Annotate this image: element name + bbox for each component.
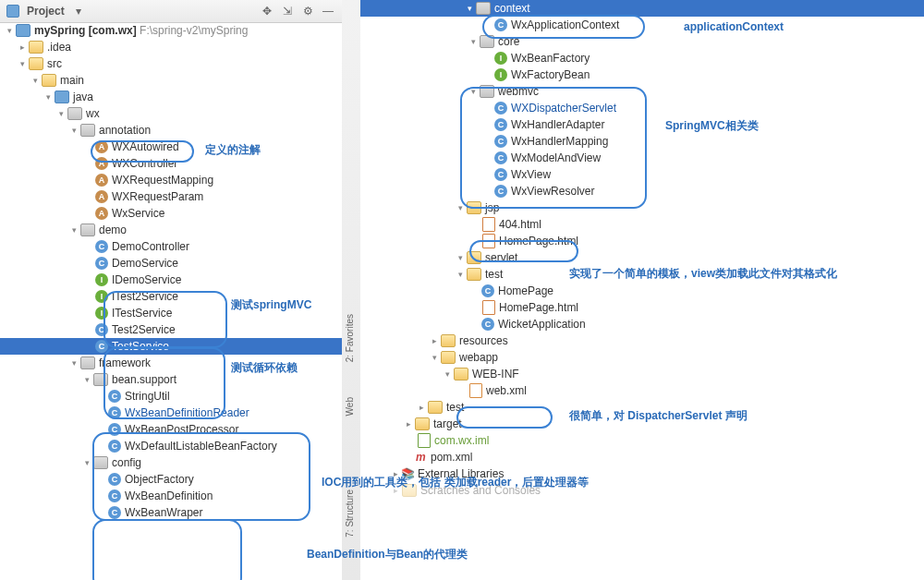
expand-icon[interactable]: ▾ (464, 0, 475, 17)
demo-class[interactable]: CDemoService (0, 255, 342, 272)
class-icon: C (108, 390, 121, 403)
annotation-class[interactable]: AWXAutowired (0, 139, 342, 155)
expand-icon[interactable]: ▾ (442, 366, 453, 382)
expand-icon[interactable]: ▾ (68, 355, 79, 371)
core-interface[interactable]: IWxFactoryBean (360, 66, 924, 83)
resources-folder[interactable]: ▸resources (360, 332, 924, 349)
view-mode-dropdown[interactable]: ▾ (70, 3, 87, 19)
annotation-class[interactable]: AWXController (0, 155, 342, 172)
webmvc-class[interactable]: CWXDispatcherServlet (360, 100, 924, 116)
expand-icon[interactable]: ▾ (30, 72, 41, 89)
servlet-class[interactable]: CWicketApplication (360, 316, 924, 332)
web-inf-folder[interactable]: ▾WEB-INF (360, 366, 924, 382)
expand-icon[interactable]: ▾ (55, 105, 67, 122)
web-xml-file[interactable]: web.xml (360, 382, 924, 399)
idea-folder[interactable]: ▸.idea (0, 39, 342, 55)
expand-icon[interactable]: ▸ (403, 416, 414, 432)
demo-class[interactable]: IITestService (0, 305, 342, 321)
jsp-file[interactable]: 404.html (360, 216, 924, 233)
annotation-class[interactable]: AWXRequestParam (0, 188, 342, 205)
config-class[interactable]: CWxBeanDefinition (0, 488, 342, 504)
expand-icon[interactable]: ▾ (68, 122, 79, 139)
core-interface[interactable]: IWxBeanFactory (360, 50, 924, 66)
expand-icon[interactable]: ▾ (455, 199, 466, 216)
bean-support-package[interactable]: ▾bean.support (0, 371, 342, 388)
expand-icon[interactable]: ▸ (390, 482, 401, 499)
context-package[interactable]: ▾context (360, 0, 924, 17)
bean-support-class[interactable]: CWxBeanPostProcessor (0, 421, 342, 438)
expand-icon[interactable]: ▾ (468, 83, 479, 100)
demo-class[interactable]: CTestService (0, 338, 342, 355)
expand-icon[interactable]: ▸ (429, 332, 440, 349)
jsp-folder[interactable]: ▾jsp (360, 199, 924, 216)
right-tree[interactable]: ▾context CWxApplicationContext ▾core IWx… (360, 0, 924, 580)
annotation-package[interactable]: ▾annotation (0, 122, 342, 139)
folder-icon (29, 57, 43, 70)
jsp-file[interactable]: HomePage.html (360, 233, 924, 249)
webmvc-class[interactable]: CWxView (360, 166, 924, 183)
servlet-folder[interactable]: ▾servlet (360, 249, 924, 266)
demo-class[interactable]: IIDemoService (0, 272, 342, 288)
web-tab[interactable]: Web (345, 397, 355, 416)
annotation-class[interactable]: AWXRequestMapping (0, 172, 342, 188)
annotation-class[interactable]: AWxService (0, 205, 342, 222)
test-folder[interactable]: ▾test (360, 266, 924, 283)
webmvc-class[interactable]: CWxHandlerMapping (360, 133, 924, 150)
expand-icon[interactable]: ▾ (455, 249, 466, 266)
expand-icon[interactable]: ▾ (468, 33, 479, 50)
project-tree[interactable]: ▾mySpring [com.wx] F:\spring-v2\mySpring… (0, 22, 342, 580)
webmvc-class[interactable]: CWxHandlerAdapter (360, 116, 924, 133)
hide-icon[interactable]: — (320, 3, 336, 19)
pom-file[interactable]: mpom.xml (360, 449, 924, 465)
scratches[interactable]: ▸Scratches and Consoles (360, 482, 924, 499)
node-label: HomePage.html (499, 299, 578, 316)
servlet-file[interactable]: HomePage.html (360, 299, 924, 316)
demo-class[interactable]: CDemoController (0, 238, 342, 255)
root-node[interactable]: ▾mySpring [com.wx] F:\spring-v2\mySpring (0, 22, 342, 39)
core-package[interactable]: ▾core (360, 33, 924, 50)
servlet-class[interactable]: CHomePage (360, 283, 924, 299)
webapp-folder[interactable]: ▾webapp (360, 349, 924, 366)
expand-icon[interactable]: ▸ (416, 399, 427, 416)
locate-icon[interactable]: ✥ (259, 3, 275, 19)
bean-support-class[interactable]: CWxBeanDefinitionReader (0, 405, 342, 421)
main-folder[interactable]: ▾main (0, 72, 342, 89)
config-class[interactable]: CWxBeanWraper (0, 504, 342, 521)
bean-support-class[interactable]: CStringUtil (0, 388, 342, 405)
html-file-icon (482, 217, 495, 232)
node-label: servlet (485, 249, 517, 266)
demo-package[interactable]: ▾demo (0, 222, 342, 238)
expand-icon[interactable]: ▾ (455, 266, 466, 283)
wx-package[interactable]: ▾wx (0, 105, 342, 122)
expand-icon[interactable]: ▸ (17, 39, 28, 55)
external-libraries[interactable]: ▸📚External Libraries (360, 465, 924, 482)
test-folder-2[interactable]: ▸test (360, 399, 924, 416)
target-folder[interactable]: ▸target (360, 416, 924, 432)
expand-icon[interactable]: ▸ (390, 465, 401, 482)
expand-icon[interactable]: ▾ (4, 22, 15, 39)
expand-icon[interactable]: ▾ (81, 454, 92, 471)
webmvc-package[interactable]: ▾webmvc (360, 83, 924, 100)
config-package[interactable]: ▾config (0, 454, 342, 471)
expand-icon[interactable]: ▾ (68, 222, 79, 238)
gear-icon[interactable]: ⚙ (299, 3, 316, 19)
iml-file[interactable]: com.wx.iml (360, 432, 924, 449)
bean-support-class[interactable]: CWxDefaultListableBeanFactory (0, 438, 342, 454)
java-folder[interactable]: ▾java (0, 89, 342, 105)
webmvc-class[interactable]: CWxViewResolver (360, 183, 924, 199)
src-folder[interactable]: ▾src (0, 55, 342, 72)
favorites-tab[interactable]: 2: Favorites (345, 314, 355, 362)
expand-icon[interactable]: ▾ (81, 371, 92, 388)
demo-class[interactable]: IITest2Service (0, 288, 342, 305)
demo-class[interactable]: CTest2Service (0, 321, 342, 338)
expand-icon[interactable]: ▾ (43, 89, 54, 105)
wx-application-context[interactable]: CWxApplicationContext (360, 17, 924, 33)
webmvc-class[interactable]: CWxModelAndView (360, 150, 924, 166)
expand-icon[interactable]: ▾ (429, 349, 440, 366)
collapse-all-icon[interactable]: ⇲ (279, 3, 296, 19)
config-class[interactable]: CObjectFactory (0, 471, 342, 488)
framework-package[interactable]: ▾framework (0, 355, 342, 371)
expand-icon[interactable]: ▾ (17, 55, 28, 72)
structure-tab[interactable]: 7: Structure (345, 489, 355, 538)
class-icon: C (108, 506, 121, 519)
